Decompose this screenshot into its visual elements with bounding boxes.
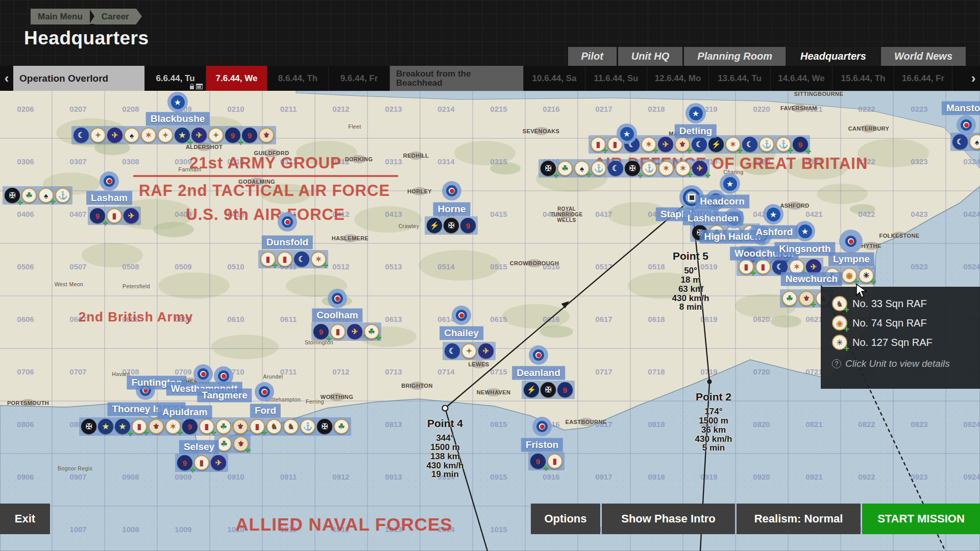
squadron-badge[interactable]: ⚜	[259, 128, 274, 143]
squadron-badge[interactable]: ✈	[658, 137, 673, 152]
airfield-label-deanland[interactable]: Deanland	[512, 366, 565, 380]
squadron-badge[interactable]: ⚡	[708, 137, 724, 152]
timeline-date-6.6.44[interactable]: 6.6.44, Tu	[145, 66, 206, 91]
squadron-badge[interactable]: ▮	[547, 454, 562, 469]
squadron-badge[interactable]: ✦	[90, 128, 106, 143]
squadron-badge[interactable]: ✈	[191, 128, 207, 143]
squadron-badge[interactable]: ⚜	[149, 419, 164, 434]
timeline-date-15.6.44[interactable]: 15.6.44, Th	[832, 66, 894, 91]
timeline-date-10.6.44[interactable]: 10.6.44, Sa	[524, 66, 585, 91]
squadron-badge[interactable]: 9+	[225, 128, 240, 143]
squadron-badge[interactable]: ⚡	[427, 218, 442, 233]
squadron-badge[interactable]: ▮+	[132, 419, 147, 434]
squadron-badge[interactable]: ▮+	[199, 419, 214, 434]
airfield-marker-headcorn[interactable]: ★	[720, 173, 740, 194]
exit-button[interactable]: Exit	[0, 504, 50, 534]
airfield-label-lympne[interactable]: Lympne	[828, 253, 874, 266]
squadron-badge[interactable]: ⚓	[642, 161, 657, 176]
squadron-badge[interactable]: ✠	[81, 419, 96, 434]
squadron-badge[interactable]: 9	[182, 419, 198, 434]
airfield-marker-coolham[interactable]	[328, 289, 347, 308]
timeline-date-16.6.44[interactable]: 16.6.44, Fr	[894, 66, 952, 91]
squadron-badge[interactable]: 9	[460, 218, 476, 233]
tab-headquarters[interactable]: Headquarters	[787, 47, 879, 66]
airfield-label-lashenden[interactable]: Lashenden	[683, 212, 743, 226]
airfield-marker-deanland[interactable]	[529, 345, 548, 365]
tab-unit-hq[interactable]: Unit HQ	[618, 47, 682, 66]
realism-button[interactable]: Realism: Normal	[737, 504, 861, 534]
airfield-marker-detling[interactable]: ★	[685, 103, 706, 123]
squadron-badge[interactable]: ♞	[266, 419, 282, 434]
squadron-badge[interactable]: ✳+	[859, 268, 874, 283]
squadron-badge[interactable]: ⚓	[591, 161, 606, 176]
squadron-badge[interactable]: ◉+	[842, 268, 857, 283]
airfield-label-horne[interactable]: Horne	[433, 203, 471, 216]
squadron-badge[interactable]: ▮+	[591, 137, 606, 152]
squadron-badge[interactable]: ✦	[461, 343, 477, 359]
airfield-label-coolham[interactable]: Coolham	[312, 309, 362, 322]
start-mission-button[interactable]: START MISSION	[862, 504, 980, 534]
airfield-label-ford[interactable]: Ford	[250, 404, 281, 418]
squadron-badge[interactable]: ☾	[692, 137, 707, 152]
squadron-badge[interactable]: ✈	[211, 455, 226, 470]
airfield-label-apuldram[interactable]: Apuldram	[158, 406, 212, 419]
squadron-badge[interactable]: ▮	[330, 324, 346, 339]
airfield-label-lasham[interactable]: Lasham	[86, 191, 132, 205]
airfield-marker-friston[interactable]	[532, 417, 552, 436]
tab-pilot[interactable]: Pilot	[568, 47, 617, 66]
squadron-badge[interactable]: ✈	[478, 343, 494, 359]
airfield-marker-ashford[interactable]: ★	[763, 204, 783, 224]
airfield-marker-kingsnorth[interactable]: ★	[795, 221, 815, 241]
airfield-label-dunsfold[interactable]: Dunsfold	[262, 236, 313, 249]
squadron-badge[interactable]: ⚓+	[776, 137, 791, 152]
airfield-label-headcorn[interactable]: Headcorn	[695, 195, 749, 209]
airfield-label-newchurch[interactable]: Newchurch	[781, 272, 842, 286]
squadron-badge[interactable]: ☘	[216, 419, 231, 434]
squadron-badge[interactable]: ✶	[658, 161, 674, 176]
timeline-date-13.6.44[interactable]: 13.6.44, Tu	[709, 66, 771, 91]
squadron-badge[interactable]: ✠	[444, 218, 459, 233]
squadron-badge[interactable]: ✠+	[625, 161, 640, 176]
squadron-badge[interactable]: ▮+	[260, 252, 276, 267]
tooltip-unit-row[interactable]: ◉+No. 74 Sqn RAF	[832, 313, 980, 333]
squadron-badge[interactable]: ⚜+	[233, 436, 249, 452]
show-phase-intro-button[interactable]: Show Phase Intro	[602, 504, 735, 534]
squadron-badge[interactable]: ✈	[107, 128, 122, 143]
timeline-date-14.6.44[interactable]: 14.6.44, We	[771, 66, 832, 91]
squadron-badge[interactable]: ✶+	[675, 161, 691, 176]
squadron-badge[interactable]: ♠+	[969, 134, 980, 149]
squadron-badge[interactable]: ★+	[115, 419, 130, 434]
squadron-badge[interactable]: ✈	[124, 208, 139, 223]
squadron-badge[interactable]: ☾	[294, 252, 309, 267]
squadron-badge[interactable]: ☾	[445, 343, 460, 359]
squadron-badge[interactable]: ✈+	[692, 161, 707, 176]
airfield-label-friston[interactable]: Friston	[521, 438, 563, 452]
squadron-badge[interactable]: ⚜	[233, 419, 248, 434]
squadron-badge[interactable]: ☾	[608, 161, 623, 176]
squadron-badge[interactable]: ▮	[194, 455, 209, 470]
squadron-badge[interactable]: ✶+	[725, 137, 741, 152]
airfield-marker-lympne[interactable]	[839, 230, 863, 253]
timeline-phase[interactable]: Breakout from the Beachhead	[390, 66, 524, 91]
airfield-label-manston[interactable]: Manston	[942, 102, 980, 115]
squadron-badge[interactable]: 9	[557, 382, 573, 397]
squadron-badge[interactable]: ♠+	[574, 161, 590, 176]
squadron-badge[interactable]: ★	[98, 419, 113, 434]
squadron-badge[interactable]: ☘	[334, 419, 349, 434]
tooltip-unit-row[interactable]: ✳+No. 127 Sqn RAF	[832, 333, 980, 352]
squadron-badge[interactable]: ☘	[557, 161, 573, 176]
squadron-badge[interactable]: ✦	[158, 128, 173, 143]
breadcrumb-main-menu[interactable]: Main Menu	[31, 9, 90, 24]
squadron-badge[interactable]: ⚓	[759, 137, 774, 152]
tooltip-unit-row[interactable]: ♞+No. 33 Sqn RAF	[832, 294, 980, 313]
airfield-label-kingsnorth[interactable]: Kingsnorth	[774, 242, 835, 256]
squadron-badge[interactable]: ✈	[347, 324, 362, 339]
airfield-marker-blackbushe[interactable]: ★	[167, 92, 188, 112]
airfield-marker-westhampnett[interactable]	[193, 364, 213, 384]
timeline-prev-button[interactable]: ‹	[0, 66, 13, 91]
squadron-badge[interactable]: ☘	[782, 291, 797, 306]
squadron-badge[interactable]: ♠	[124, 128, 139, 143]
squadron-badge[interactable]: 9+	[313, 324, 329, 339]
squadron-badge[interactable]: ⚡	[524, 382, 539, 397]
breadcrumb-career[interactable]: Career	[94, 9, 136, 24]
